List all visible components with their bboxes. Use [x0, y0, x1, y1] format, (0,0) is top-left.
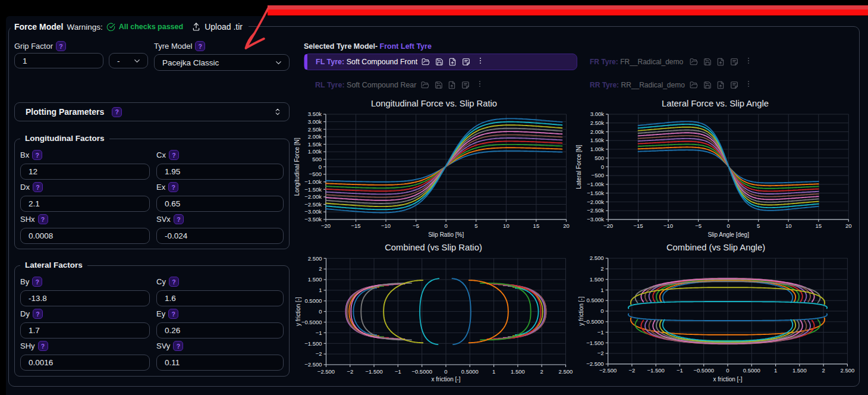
svg-text:−0.5000: −0.5000 [411, 368, 432, 375]
svg-text:1.00k: 1.00k [308, 148, 322, 155]
svg-text:500: 500 [312, 156, 322, 162]
svg-text:1.500: 1.500 [308, 276, 322, 283]
svg-text:2.50k: 2.50k [308, 126, 322, 133]
svg-text:10: 10 [785, 222, 792, 229]
svg-text:−2.500: −2.500 [317, 368, 335, 375]
svg-text:15: 15 [816, 222, 822, 229]
svg-text:2.500: 2.500 [308, 255, 322, 262]
svg-text:2: 2 [540, 368, 543, 375]
svg-text:Longitudinal Force vs. Slip Ra: Longitudinal Force vs. Slip Ratio [371, 99, 497, 108]
svg-text:Lateral Force [N]: Lateral Force [N] [575, 145, 582, 189]
svg-text:−1: −1 [395, 368, 401, 375]
svg-text:0: 0 [600, 308, 603, 314]
svg-text:−1.50k: −1.50k [304, 186, 322, 193]
svg-text:−1.00k: −1.00k [304, 178, 322, 185]
svg-text:−5: −5 [695, 222, 702, 229]
svg-text:1.500: 1.500 [590, 276, 604, 283]
svg-text:15: 15 [533, 222, 540, 229]
svg-text:x friction [-]: x friction [-] [432, 376, 461, 383]
svg-text:−500: −500 [592, 172, 604, 178]
svg-text:Slip Angle [deg]: Slip Angle [deg] [707, 231, 749, 238]
svg-text:Longitudinal Force [N]: Longitudinal Force [N] [294, 137, 300, 196]
svg-text:−1.50k: −1.50k [587, 190, 604, 196]
svg-text:−2.50k: −2.50k [304, 201, 322, 208]
svg-text:2.500: 2.500 [841, 367, 855, 374]
svg-text:−2.500: −2.500 [586, 360, 603, 367]
svg-text:1.50k: 1.50k [590, 137, 604, 143]
svg-text:0: 0 [319, 164, 322, 170]
svg-text:−2.00k: −2.00k [304, 193, 322, 200]
svg-text:20: 20 [845, 222, 852, 229]
svg-text:1: 1 [319, 287, 322, 293]
svg-text:Combined (vs Slip Angle): Combined (vs Slip Angle) [666, 243, 765, 252]
svg-text:−3.50k: −3.50k [304, 216, 322, 222]
svg-text:−0.5000: −0.5000 [301, 319, 322, 325]
svg-text:−2.50k: −2.50k [587, 207, 604, 214]
svg-text:−2: −2 [316, 350, 322, 357]
svg-text:1.50k: 1.50k [308, 141, 322, 148]
svg-text:−1: −1 [677, 367, 683, 374]
svg-text:−1.500: −1.500 [647, 367, 665, 374]
svg-text:−2: −2 [628, 367, 635, 374]
svg-text:0: 0 [601, 164, 604, 170]
svg-text:y friction [-]: y friction [-] [578, 296, 584, 325]
svg-text:−0.5000: −0.5000 [583, 318, 604, 325]
svg-text:−10: −10 [663, 222, 673, 229]
svg-text:0: 0 [444, 368, 447, 375]
svg-text:1: 1 [492, 368, 495, 375]
svg-text:−3.00k: −3.00k [587, 216, 604, 222]
svg-text:−1.500: −1.500 [304, 340, 322, 347]
svg-text:−1.500: −1.500 [365, 368, 382, 375]
svg-text:0: 0 [445, 222, 448, 229]
svg-text:10: 10 [503, 222, 510, 229]
svg-text:1.500: 1.500 [511, 368, 525, 375]
svg-text:−2.00k: −2.00k [587, 199, 604, 205]
svg-text:5: 5 [757, 222, 760, 229]
svg-text:1.00k: 1.00k [590, 146, 604, 152]
svg-text:0: 0 [319, 308, 322, 315]
svg-text:y friction [-]: y friction [-] [295, 297, 301, 326]
svg-text:0.5000: 0.5000 [587, 297, 604, 303]
svg-text:2.500: 2.500 [590, 255, 604, 261]
svg-text:−5: −5 [413, 222, 419, 229]
svg-text:Combined (vs Slip Ratio): Combined (vs Slip Ratio) [385, 243, 482, 252]
svg-text:0: 0 [727, 222, 730, 229]
svg-text:−3.00k: −3.00k [304, 208, 322, 215]
svg-text:2: 2 [319, 265, 322, 272]
svg-text:Lateral Force vs. Slip Angle: Lateral Force vs. Slip Angle [662, 99, 769, 108]
svg-text:3.00k: 3.00k [590, 111, 604, 117]
svg-text:−2: −2 [347, 368, 353, 375]
svg-text:−2.500: −2.500 [304, 361, 322, 368]
svg-text:0.5000: 0.5000 [743, 367, 760, 374]
svg-text:1: 1 [774, 367, 777, 374]
svg-text:−15: −15 [633, 222, 643, 229]
svg-text:1.500: 1.500 [792, 367, 807, 374]
svg-text:−20: −20 [321, 222, 331, 229]
svg-text:3.00k: 3.00k [308, 118, 322, 125]
svg-text:−20: −20 [603, 222, 613, 229]
svg-text:20: 20 [563, 222, 570, 229]
svg-text:−2.500: −2.500 [599, 367, 617, 374]
svg-text:0: 0 [726, 367, 729, 374]
svg-text:0.5000: 0.5000 [461, 368, 479, 375]
svg-text:2: 2 [822, 367, 825, 374]
svg-text:x friction [-]: x friction [-] [713, 376, 743, 383]
svg-text:−1.00k: −1.00k [587, 181, 604, 187]
svg-text:2.00k: 2.00k [590, 128, 604, 135]
svg-text:−0.5000: −0.5000 [693, 367, 714, 374]
svg-text:5: 5 [474, 222, 477, 229]
svg-text:3.50k: 3.50k [308, 111, 322, 117]
svg-text:2.500: 2.500 [559, 368, 573, 375]
svg-text:2: 2 [600, 265, 603, 272]
svg-text:−15: −15 [351, 222, 361, 229]
svg-text:1: 1 [600, 287, 603, 293]
svg-text:−10: −10 [381, 222, 391, 229]
svg-text:2.00k: 2.00k [308, 133, 322, 140]
svg-text:−1: −1 [597, 329, 604, 336]
svg-text:500: 500 [595, 155, 604, 161]
svg-text:−1: −1 [316, 330, 322, 336]
svg-text:−500: −500 [309, 171, 322, 177]
svg-text:Slip Ratio [%]: Slip Ratio [%] [428, 231, 464, 238]
svg-text:0.5000: 0.5000 [304, 297, 322, 304]
svg-text:−1.500: −1.500 [586, 340, 603, 346]
